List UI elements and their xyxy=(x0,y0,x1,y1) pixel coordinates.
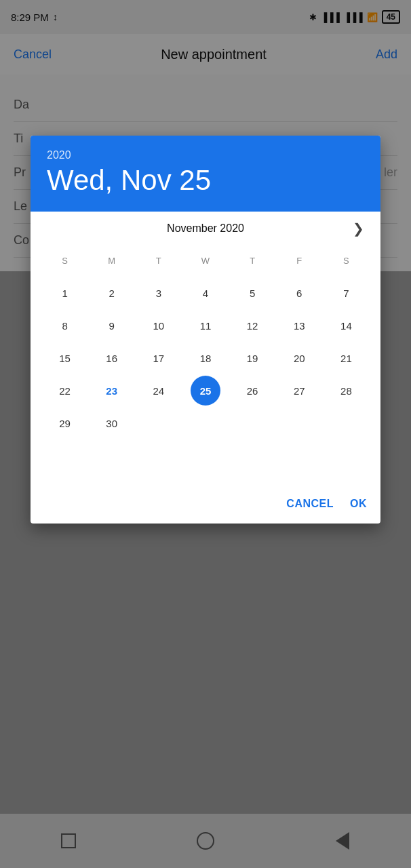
day-empty-5 xyxy=(331,408,361,438)
day-empty-3 xyxy=(237,408,267,438)
selected-year: 2020 xyxy=(47,149,364,161)
day-3[interactable]: 3 xyxy=(144,278,174,308)
day-26[interactable]: 26 xyxy=(237,376,267,406)
day-21[interactable]: 21 xyxy=(331,343,361,373)
next-month-button[interactable]: ❯ xyxy=(353,220,364,237)
date-picker-dialog: 2020 Wed, Nov 25 November 2020 ❯ S M T W… xyxy=(31,136,380,524)
day-empty-1 xyxy=(144,408,174,438)
week-3: 15 16 17 18 19 20 21 xyxy=(41,343,370,373)
day-12[interactable]: 12 xyxy=(237,311,267,340)
day-15[interactable]: 15 xyxy=(50,343,80,373)
day-7[interactable]: 7 xyxy=(331,278,361,308)
month-label: November 2020 xyxy=(167,222,244,235)
day-16[interactable]: 16 xyxy=(97,343,127,373)
day-19[interactable]: 19 xyxy=(237,343,267,373)
dialog-header: 2020 Wed, Nov 25 xyxy=(31,136,380,212)
calendar-grid: S M T W T F S 1 2 3 4 5 6 7 8 9 xyxy=(41,245,370,438)
day-20[interactable]: 20 xyxy=(284,343,314,373)
week-5: 29 30 xyxy=(41,408,370,438)
day-10[interactable]: 10 xyxy=(144,311,174,340)
dialog-ok-button[interactable]: OK xyxy=(350,498,367,510)
header-mon: M xyxy=(97,245,127,275)
day-2[interactable]: 2 xyxy=(97,278,127,308)
header-sun: S xyxy=(50,245,80,275)
header-thu: T xyxy=(237,245,267,275)
week-4: 22 23 24 25 26 27 28 xyxy=(41,376,370,406)
day-empty-4 xyxy=(284,408,314,438)
day-27[interactable]: 27 xyxy=(284,376,314,406)
day-29[interactable]: 29 xyxy=(50,408,80,438)
dialog-cancel-button[interactable]: CANCEL xyxy=(286,498,334,510)
dialog-footer: CANCEL OK xyxy=(31,487,380,524)
month-navigation: November 2020 ❯ xyxy=(41,222,370,235)
day-18[interactable]: 18 xyxy=(191,343,220,373)
calendar-body: November 2020 ❯ S M T W T F S 1 2 3 4 5 xyxy=(31,212,380,487)
header-tue: T xyxy=(144,245,174,275)
day-25-selected[interactable]: 25 xyxy=(191,376,220,406)
day-22[interactable]: 22 xyxy=(50,376,80,406)
day-4[interactable]: 4 xyxy=(191,278,220,308)
header-fri: F xyxy=(284,245,314,275)
selected-date: Wed, Nov 25 xyxy=(47,164,364,197)
day-8[interactable]: 8 xyxy=(50,311,80,340)
day-17[interactable]: 17 xyxy=(144,343,174,373)
week-2: 8 9 10 11 12 13 14 xyxy=(41,311,370,340)
day-6[interactable]: 6 xyxy=(284,278,314,308)
day-30[interactable]: 30 xyxy=(97,408,127,438)
day-23[interactable]: 23 xyxy=(97,376,127,406)
day-28[interactable]: 28 xyxy=(331,376,361,406)
header-wed: W xyxy=(191,245,220,275)
day-empty-2 xyxy=(191,408,220,438)
weekday-headers: S M T W T F S xyxy=(41,245,370,275)
day-14[interactable]: 14 xyxy=(331,311,361,340)
week-1: 1 2 3 4 5 6 7 xyxy=(41,278,370,308)
day-5[interactable]: 5 xyxy=(237,278,267,308)
day-13[interactable]: 13 xyxy=(284,311,314,340)
day-9[interactable]: 9 xyxy=(97,311,127,340)
day-1[interactable]: 1 xyxy=(50,278,80,308)
day-24[interactable]: 24 xyxy=(144,376,174,406)
day-11[interactable]: 11 xyxy=(191,311,220,340)
header-sat: S xyxy=(331,245,361,275)
